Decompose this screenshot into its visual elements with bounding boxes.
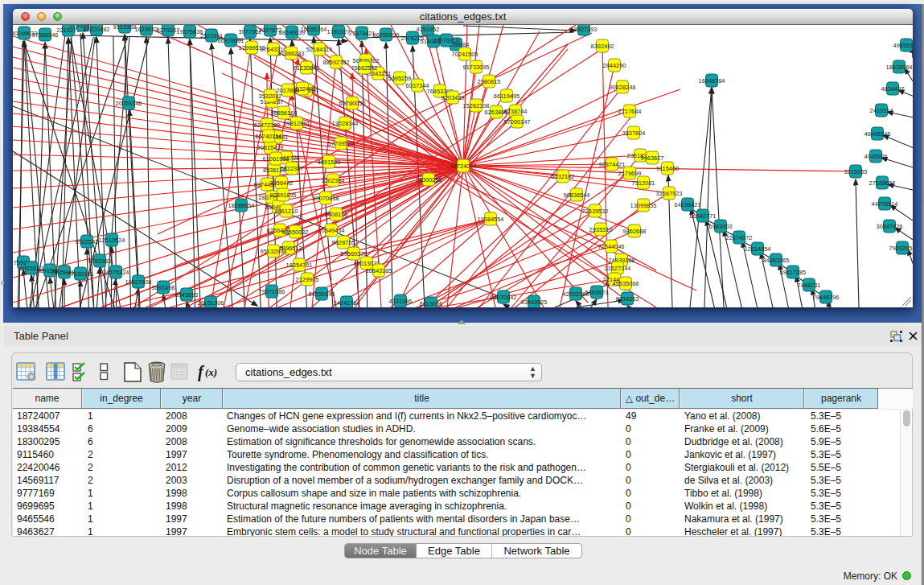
svg-text:23076910: 23076910 xyxy=(433,37,460,44)
svg-text:24241764: 24241764 xyxy=(334,299,360,307)
svg-text:8661210: 8661210 xyxy=(275,208,298,215)
svg-text:18427393: 18427393 xyxy=(571,26,598,33)
svg-text:93443625: 93443625 xyxy=(521,299,548,306)
svg-text:9862688: 9862688 xyxy=(623,228,647,235)
svg-text:6234363: 6234363 xyxy=(616,295,639,303)
svg-text:3891498: 3891498 xyxy=(152,284,175,291)
svg-text:90628248: 90628248 xyxy=(610,84,636,91)
svg-text:10549434: 10549434 xyxy=(318,227,345,234)
svg-text:7448231: 7448231 xyxy=(798,282,821,289)
svg-text:13099855: 13099855 xyxy=(630,202,657,209)
svg-text:70241505: 70241505 xyxy=(452,51,478,58)
svg-text:59560375: 59560375 xyxy=(341,250,368,257)
svg-text:18354761: 18354761 xyxy=(286,262,313,269)
svg-text:1629072: 1629072 xyxy=(135,26,158,33)
svg-text:46496546: 46496546 xyxy=(864,130,891,138)
svg-text:2717644: 2717644 xyxy=(618,108,642,115)
svg-text:12614954: 12614954 xyxy=(745,245,771,253)
svg-text:19375836: 19375836 xyxy=(177,28,203,35)
svg-text:4891590: 4891590 xyxy=(318,159,341,166)
svg-text:6263809: 6263809 xyxy=(485,109,508,116)
svg-text:2129905: 2129905 xyxy=(296,276,319,283)
svg-text:4151952: 4151952 xyxy=(417,26,440,33)
svg-text:69117285: 69117285 xyxy=(780,269,806,276)
svg-text:2935310: 2935310 xyxy=(589,226,613,233)
svg-text:8028755: 8028755 xyxy=(332,239,355,246)
svg-text:9513358: 9513358 xyxy=(113,25,137,31)
svg-text:3215955: 3215955 xyxy=(844,168,868,175)
svg-text:2179699: 2179699 xyxy=(618,170,642,177)
svg-text:16655764: 16655764 xyxy=(301,26,327,33)
svg-text:20053346: 20053346 xyxy=(116,100,142,107)
svg-text:1202384: 1202384 xyxy=(322,177,345,184)
svg-text:5408156: 5408156 xyxy=(325,211,348,218)
svg-text:77330181: 77330181 xyxy=(68,270,94,278)
svg-text:66119495: 66119495 xyxy=(494,93,519,100)
svg-text:18628964: 18628964 xyxy=(886,64,913,71)
svg-text:81366283: 81366283 xyxy=(278,50,305,57)
svg-text:9463627: 9463627 xyxy=(641,154,664,162)
svg-text:64198427: 64198427 xyxy=(675,201,701,208)
svg-text:71230843: 71230843 xyxy=(294,64,320,72)
svg-text:3956442: 3956442 xyxy=(270,179,294,187)
svg-text:5393873: 5393873 xyxy=(585,289,609,296)
svg-text:79448796: 79448796 xyxy=(813,294,840,301)
svg-text:18300295: 18300295 xyxy=(416,176,442,183)
svg-text:84550146: 84550146 xyxy=(309,290,335,298)
svg-text:76662562: 76662562 xyxy=(351,64,378,72)
svg-text:5232182: 5232182 xyxy=(552,173,575,180)
svg-text:20815439: 20815439 xyxy=(257,144,284,151)
svg-text:1781527: 1781527 xyxy=(327,28,351,35)
svg-text:49655179: 49655179 xyxy=(893,42,913,49)
svg-text:61061966: 61061966 xyxy=(263,155,290,163)
svg-text:9922542: 9922542 xyxy=(76,238,99,245)
svg-text:2410314: 2410314 xyxy=(870,107,893,114)
svg-text:9203439: 9203439 xyxy=(441,94,465,101)
svg-text:7312081: 7312081 xyxy=(632,179,655,187)
svg-text:95132904: 95132904 xyxy=(261,248,287,255)
svg-text:8943893: 8943893 xyxy=(175,291,199,299)
svg-text:79571586: 79571586 xyxy=(259,288,285,295)
svg-text:45535068: 45535068 xyxy=(613,280,639,287)
svg-text:5095259: 5095259 xyxy=(388,75,412,82)
svg-text:4045926: 4045926 xyxy=(864,153,888,160)
svg-text:62472380: 62472380 xyxy=(254,122,281,129)
svg-text:84363365: 84363365 xyxy=(763,257,790,264)
svg-text:63550032: 63550032 xyxy=(282,229,309,236)
svg-text:3532032: 3532032 xyxy=(259,93,282,100)
svg-text:90836544: 90836544 xyxy=(564,192,590,199)
svg-text:9782983: 9782983 xyxy=(88,257,112,265)
svg-text:19384554: 19384554 xyxy=(478,216,504,223)
svg-text:52164119: 52164119 xyxy=(306,46,332,53)
svg-text:88592782: 88592782 xyxy=(323,59,350,66)
svg-text:13028344: 13028344 xyxy=(332,120,359,127)
svg-text:4834497: 4834497 xyxy=(881,85,905,93)
svg-text:91733095: 91733095 xyxy=(463,64,490,71)
svg-text:8392492: 8392492 xyxy=(591,43,614,50)
svg-text:27388652: 27388652 xyxy=(869,179,896,187)
svg-text:66542771: 66542771 xyxy=(690,212,717,220)
svg-text:30047826: 30047826 xyxy=(877,223,903,230)
svg-text:96856164: 96856164 xyxy=(271,109,298,117)
svg-text:f: f xyxy=(198,363,205,381)
svg-text:66255890: 66255890 xyxy=(373,31,400,39)
svg-text:57709585: 57709585 xyxy=(328,140,355,147)
svg-text:97366946: 97366946 xyxy=(32,31,59,39)
svg-text:34576324: 34576324 xyxy=(103,269,129,276)
svg-text:92891895: 92891895 xyxy=(270,192,297,199)
svg-text:2844290: 2844290 xyxy=(603,62,626,69)
svg-text:72544046: 72544046 xyxy=(598,243,625,250)
svg-text:6037344: 6037344 xyxy=(406,82,429,89)
svg-text:18724007: 18724007 xyxy=(450,163,477,170)
svg-text:69812891: 69812891 xyxy=(284,120,310,127)
svg-text:92374421: 92374421 xyxy=(599,161,626,168)
svg-text:16648784: 16648784 xyxy=(699,77,725,84)
svg-text:27874421: 27874421 xyxy=(349,30,376,37)
svg-text:3537804: 3537804 xyxy=(622,130,646,137)
svg-text:(x): (x) xyxy=(205,366,217,378)
svg-text:61780050: 61780050 xyxy=(339,100,366,107)
svg-text:26151306: 26151306 xyxy=(198,299,224,307)
svg-text:22374072: 22374072 xyxy=(726,234,753,241)
svg-text:88220482: 88220482 xyxy=(84,26,110,33)
svg-text:18288654: 18288654 xyxy=(228,202,255,209)
